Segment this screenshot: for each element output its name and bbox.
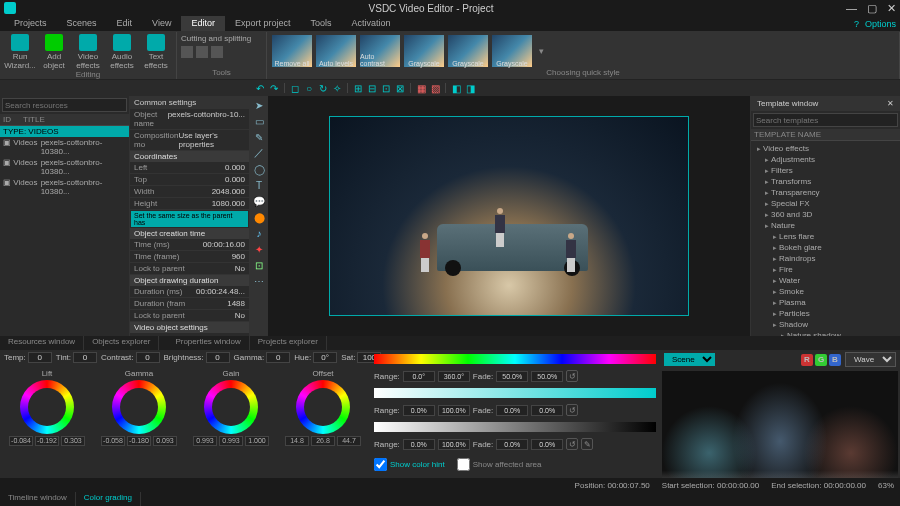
- close-button[interactable]: ✕: [887, 2, 896, 15]
- tool-icon[interactable]: ▦: [415, 82, 427, 94]
- preview-canvas[interactable]: [268, 96, 750, 336]
- tab-properties[interactable]: Properties window: [167, 336, 249, 350]
- style-grayscale-2[interactable]: Grayscale: [448, 35, 488, 67]
- tool-icon[interactable]: ✧: [331, 82, 343, 94]
- fade1b-input[interactable]: [531, 371, 563, 382]
- minimize-button[interactable]: —: [846, 2, 857, 15]
- gamma-input[interactable]: [266, 352, 290, 363]
- resources-search-input[interactable]: [2, 98, 127, 112]
- tool-icon[interactable]: ▧: [429, 82, 441, 94]
- menu-export[interactable]: Export project: [225, 16, 301, 31]
- style-grayscale-1[interactable]: Grayscale: [404, 35, 444, 67]
- prop-value[interactable]: Use layer's properties: [178, 131, 245, 149]
- style-dropdown-icon[interactable]: ▾: [535, 46, 548, 56]
- zoom-value[interactable]: 63%: [878, 481, 894, 490]
- tab-resources[interactable]: Resources window: [0, 336, 84, 350]
- template-node[interactable]: Shadow: [753, 319, 898, 330]
- temp-input[interactable]: [28, 352, 52, 363]
- section-coordinates[interactable]: Coordinates: [130, 151, 249, 162]
- template-node[interactable]: Lens flare: [753, 231, 898, 242]
- tooltip-icon[interactable]: 💬: [252, 194, 266, 208]
- tool-icon[interactable]: [211, 46, 223, 58]
- template-node[interactable]: Nature: [753, 220, 898, 231]
- template-node[interactable]: Transforms: [753, 176, 898, 187]
- tab-color-grading[interactable]: Color grading: [76, 492, 141, 506]
- style-remove-all[interactable]: Remove all: [272, 35, 312, 67]
- range1a-input[interactable]: [403, 371, 435, 382]
- help-icon[interactable]: ?: [854, 19, 859, 29]
- tool-icon[interactable]: ↻: [317, 82, 329, 94]
- pencil-icon[interactable]: ✎: [252, 130, 266, 144]
- resource-row[interactable]: ▣ Videospexels-cottonbro-10380...: [0, 157, 129, 177]
- maximize-button[interactable]: ▢: [867, 2, 877, 15]
- panel-close-icon[interactable]: ✕: [887, 99, 894, 108]
- video-effects-button[interactable]: Video effects: [72, 34, 104, 70]
- cutting-splitting-button[interactable]: Cutting and splitting: [181, 34, 251, 43]
- section-creation-time[interactable]: Object creation time: [130, 228, 249, 239]
- tint-input[interactable]: [73, 352, 97, 363]
- style-auto-levels[interactable]: Auto levels: [316, 35, 356, 67]
- preview-frame[interactable]: [329, 116, 689, 316]
- template-node[interactable]: Particles: [753, 308, 898, 319]
- eyedropper-icon[interactable]: ✎: [581, 438, 593, 450]
- menu-tools[interactable]: Tools: [300, 16, 341, 31]
- redo-icon[interactable]: ↷: [268, 82, 280, 94]
- template-node[interactable]: Filters: [753, 165, 898, 176]
- align-icon[interactable]: ⊟: [366, 82, 378, 94]
- menu-scenes[interactable]: Scenes: [57, 16, 107, 31]
- prop-value[interactable]: pexels-cottonbro-10...: [168, 110, 245, 128]
- scope-r-toggle[interactable]: R: [801, 354, 813, 366]
- type-filter[interactable]: TYPE: VIDEOS: [0, 126, 129, 137]
- menu-editor[interactable]: Editor: [181, 16, 225, 31]
- style-grayscale-3[interactable]: Grayscale: [492, 35, 532, 67]
- align-icon[interactable]: ⊞: [352, 82, 364, 94]
- scope-type-select[interactable]: Wave: [845, 352, 896, 367]
- ellipse-icon[interactable]: ◯: [252, 162, 266, 176]
- text-effects-button[interactable]: Text effects: [140, 34, 172, 70]
- template-node[interactable]: Smoke: [753, 286, 898, 297]
- template-node[interactable]: Adjustments: [753, 154, 898, 165]
- reset-icon[interactable]: ↺: [566, 438, 578, 450]
- template-node[interactable]: Transparency: [753, 187, 898, 198]
- scope-g-toggle[interactable]: G: [815, 354, 827, 366]
- menu-activation[interactable]: Activation: [341, 16, 400, 31]
- template-node[interactable]: Nature shadow: [753, 330, 898, 336]
- col-id[interactable]: ID: [3, 115, 23, 124]
- template-node[interactable]: Video effects: [753, 143, 898, 154]
- reset-icon[interactable]: ↺: [566, 370, 578, 382]
- template-node[interactable]: 360 and 3D: [753, 209, 898, 220]
- align-icon[interactable]: ⊡: [380, 82, 392, 94]
- range1b-input[interactable]: [438, 371, 470, 382]
- brightness-input[interactable]: [206, 352, 230, 363]
- section-video-settings[interactable]: Video object settings: [130, 322, 249, 333]
- fade1a-input[interactable]: [496, 371, 528, 382]
- rect-icon[interactable]: ▭: [252, 114, 266, 128]
- show-affected-checkbox[interactable]: Show affected area: [457, 458, 542, 471]
- pointer-icon[interactable]: ➤: [252, 98, 266, 112]
- menu-view[interactable]: View: [142, 16, 181, 31]
- scope-source-select[interactable]: Scene: [664, 353, 715, 366]
- menu-projects[interactable]: Projects: [4, 16, 57, 31]
- color-wheel-gamma[interactable]: [112, 380, 166, 434]
- tool-icon[interactable]: ◻: [289, 82, 301, 94]
- contrast-input[interactable]: [136, 352, 160, 363]
- col-title[interactable]: TITLE: [23, 115, 45, 124]
- color-wheel-lift[interactable]: [20, 380, 74, 434]
- more-icon[interactable]: ⋯: [252, 274, 266, 288]
- tool-icon[interactable]: ○: [303, 82, 315, 94]
- tool-icon[interactable]: ◨: [464, 82, 476, 94]
- chart-icon[interactable]: ⬤: [252, 210, 266, 224]
- color-wheel-offset[interactable]: [296, 380, 350, 434]
- tool-icon[interactable]: ◧: [450, 82, 462, 94]
- color-wheel-gain[interactable]: [204, 380, 258, 434]
- template-node[interactable]: Fire: [753, 264, 898, 275]
- tab-projects[interactable]: Projects explorer: [250, 336, 327, 350]
- set-parent-size-button[interactable]: Set the same size as the parent has: [131, 211, 248, 227]
- tool-icon[interactable]: [181, 46, 193, 58]
- template-node[interactable]: Plasma: [753, 297, 898, 308]
- section-drawing-duration[interactable]: Object drawing duration: [130, 275, 249, 286]
- hue-input[interactable]: [313, 352, 337, 363]
- template-search-input[interactable]: [753, 113, 898, 127]
- template-node[interactable]: Bokeh glare: [753, 242, 898, 253]
- fx-icon[interactable]: ✦: [252, 242, 266, 256]
